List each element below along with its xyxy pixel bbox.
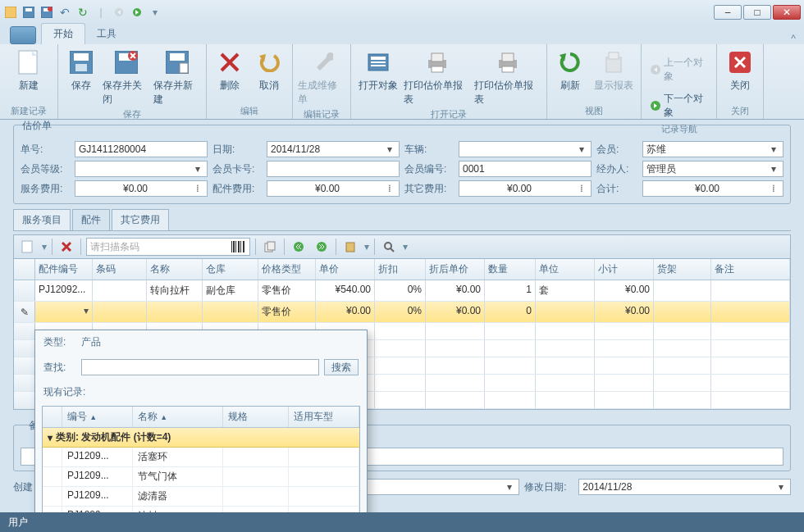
print-quote-button[interactable]: 打印估价单报表 [404, 46, 471, 107]
tab-other[interactable]: 其它费用 [112, 209, 169, 230]
moddate-input[interactable]: 2014/11/28▾ [578, 479, 791, 495]
spin-icon[interactable]: ⁞ [768, 183, 779, 194]
dropdown-icon[interactable]: ▾ [576, 143, 587, 155]
dropdown-icon[interactable]: ▾ [768, 163, 779, 175]
list-item[interactable]: PJ1209...节气门体 [43, 467, 359, 487]
col-barcode[interactable]: 条码 [93, 259, 147, 280]
col-subtotal[interactable]: 小计 [595, 259, 654, 280]
popup-group-row[interactable]: ▾类别: 发动机配件 (计数=4) [43, 428, 359, 448]
refresh-button[interactable]: 刷新 [552, 46, 588, 93]
level-input[interactable]: ▾ [75, 161, 208, 177]
svcfee-label: 服务费用: [21, 182, 70, 196]
next-object-button[interactable]: 下一个对象 [646, 90, 711, 121]
file-menu-button[interactable] [10, 26, 36, 44]
tab-service[interactable]: 服务项目 [13, 209, 71, 230]
dropdown-icon[interactable]: ▾ [192, 163, 203, 175]
row-selector[interactable] [14, 280, 35, 301]
col-pricetype[interactable]: 价格类型 [258, 259, 316, 280]
dropdown-icon[interactable]: ▾ [768, 143, 779, 155]
save-button[interactable]: 保存 [63, 46, 99, 93]
list-item[interactable]: PJ1209...活塞环 [43, 448, 359, 467]
col-qty[interactable]: 数量 [485, 259, 536, 280]
last-button[interactable] [313, 238, 331, 256]
qat-prev-icon[interactable] [112, 5, 126, 20]
new-row-dropdown[interactable]: ▾ [42, 241, 47, 252]
spin-icon[interactable]: ⁞ [384, 183, 395, 194]
popup-col-model[interactable]: 适用车型 [289, 407, 359, 427]
operator-input[interactable]: 管理员▾ [642, 161, 783, 177]
close-record-button[interactable]: 关闭 [722, 46, 758, 93]
dropdown-icon[interactable]: ▾ [504, 481, 515, 493]
find-button[interactable] [380, 238, 398, 256]
spin-icon[interactable]: ⁞ [576, 183, 587, 194]
save-new-button[interactable]: 保存并新建 [153, 46, 201, 107]
popup-col-name[interactable]: 名称 ▲ [133, 407, 223, 427]
first-button[interactable] [290, 238, 308, 256]
print-quote-button-2[interactable]: 打印估价单报表 [474, 46, 541, 107]
window-controls: – □ ✕ [714, 5, 801, 20]
maximize-button[interactable]: □ [743, 5, 771, 20]
find-input[interactable] [81, 359, 319, 375]
col-afterprice[interactable]: 折后单价 [426, 259, 485, 280]
list-item[interactable]: PJ1209...滤清器 [43, 487, 359, 507]
col-code[interactable]: 配件编号 [35, 259, 93, 280]
member-input[interactable]: 苏维▾ [642, 141, 783, 157]
col-warehouse[interactable]: 仓库 [203, 259, 258, 280]
billno-input[interactable]: GJ1411280004 [75, 141, 208, 157]
new-row-button[interactable] [19, 238, 37, 256]
ribbon-collapse-icon[interactable]: ^ [783, 33, 804, 44]
card-input[interactable] [267, 161, 400, 177]
col-unit[interactable]: 单位 [536, 259, 595, 280]
col-note[interactable]: 备注 [711, 259, 790, 280]
new-button[interactable]: 新建 [5, 46, 53, 93]
cancel-button[interactable]: 取消 [251, 46, 287, 93]
memno-input[interactable]: 0001 [459, 161, 592, 177]
table-row[interactable]: PJ12092... 转向拉杆 副仓库 零售价 ¥540.00 0% ¥0.00… [14, 280, 790, 302]
otherfee-input[interactable]: ¥0.00⁞ [459, 180, 592, 197]
table-row[interactable]: ✎ ▾ 零售价 ¥0.00 0% ¥0.00 0 ¥0.00 [14, 302, 790, 323]
dropdown-icon[interactable]: ▾ [775, 481, 787, 493]
tab-tools[interactable]: 工具 [85, 24, 128, 44]
popup-col-code[interactable]: 编号 ▲ [62, 407, 133, 427]
date-input[interactable]: 2014/11/28▾ [267, 141, 400, 157]
delete-button[interactable]: 删除 [212, 46, 248, 93]
qat-save-close-icon[interactable] [39, 5, 54, 20]
svcfee-input[interactable]: ¥0.00⁞ [75, 180, 208, 197]
collapse-icon[interactable]: ▾ [48, 432, 53, 443]
barcode-icon [231, 241, 246, 252]
paste-dropdown[interactable]: ▾ [364, 241, 369, 252]
qat-next-icon[interactable] [130, 5, 144, 20]
qat-customize-icon[interactable]: ▾ [148, 5, 162, 20]
col-shelf[interactable]: 货架 [654, 259, 711, 280]
row-selector[interactable]: ✎ [14, 302, 35, 322]
dropdown-icon[interactable]: ▾ [384, 143, 395, 155]
search-button[interactable]: 搜索 [324, 359, 359, 375]
svg-rect-19 [371, 57, 386, 60]
col-name[interactable]: 名称 [147, 259, 203, 280]
qat-redo-icon[interactable]: ↻ [75, 5, 90, 20]
delete-row-button[interactable] [57, 238, 75, 256]
copy-button[interactable] [261, 238, 279, 256]
qat-undo-icon[interactable]: ↶ [57, 5, 72, 20]
close-button[interactable]: ✕ [773, 5, 801, 20]
ribbon-group-open: 打开对象 打印估价单报表 打印估价单报表 打开记录 [351, 44, 547, 119]
minimize-button[interactable]: – [714, 5, 742, 20]
qat-sep: | [94, 5, 108, 20]
refresh-icon [557, 49, 583, 75]
spin-icon[interactable]: ⁞ [192, 183, 203, 194]
qat-save-icon[interactable] [21, 5, 36, 20]
open-object-button[interactable]: 打开对象 [356, 46, 400, 93]
tab-parts[interactable]: 配件 [72, 209, 110, 230]
vehicle-input[interactable]: ▾ [459, 141, 592, 157]
barcode-scan-input[interactable]: 请扫描条码 [86, 238, 250, 256]
popup-col-spec[interactable]: 规格 [223, 407, 289, 427]
total-input[interactable]: ¥0.00⁞ [642, 180, 783, 197]
find-dropdown[interactable]: ▾ [403, 241, 408, 252]
paste-button[interactable] [341, 238, 359, 256]
col-discount[interactable]: 折扣 [375, 259, 426, 280]
col-price[interactable]: 单价 [316, 259, 375, 280]
qat-app-icon[interactable] [3, 5, 18, 20]
save-close-button[interactable]: 保存并关闭 [103, 46, 150, 107]
partfee-input[interactable]: ¥0.00⁞ [267, 180, 400, 197]
tab-start[interactable]: 开始 [41, 23, 85, 44]
